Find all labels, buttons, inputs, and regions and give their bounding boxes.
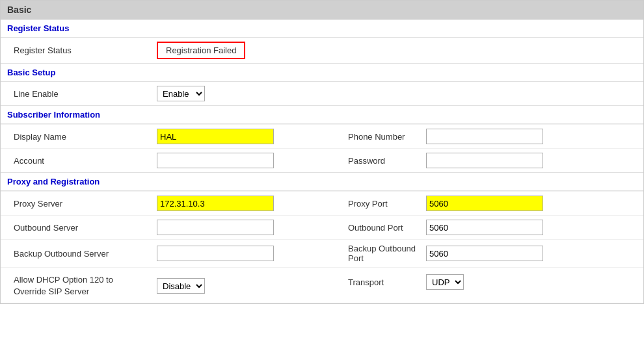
proxy-server-label: Proxy Server [14,199,157,209]
proxy-registration-section: Proxy and Registration Proxy Server Prox… [1,173,643,303]
account-label: Account [14,156,157,166]
register-status-row: Register Status Registration Failed [1,38,643,63]
page-container: Basic Register Status Register Status Re… [0,0,644,304]
proxy-server-input[interactable] [157,196,274,211]
transport-label: Transport [322,277,426,287]
subscriber-info-header: Subscriber Information [1,106,643,124]
display-name-col: Display Name [14,129,322,144]
outbound-port-input[interactable] [426,220,543,235]
password-label: Password [322,156,426,166]
account-password-row: Account Password [1,148,643,172]
register-status-label: Register Status [14,45,157,55]
proxy-port-label: Proxy Port [322,199,426,209]
phone-number-input[interactable] [426,129,543,144]
register-status-value-cell: Registration Failed [157,42,630,59]
page-title: Basic [1,1,643,19]
transport-col: Transport UDP TCP TLS [322,273,630,290]
backup-outbound-server-input[interactable] [157,246,274,261]
line-enable-label: Line Enable [14,89,157,99]
dhcp-transport-row: Allow DHCP Option 120 to Override SIP Se… [1,267,643,303]
account-input[interactable] [157,153,274,168]
outbound-port-label: Outbound Port [322,223,426,233]
basic-setup-section: Basic Setup Line Enable Enable Disable [1,64,643,106]
display-name-label: Display Name [14,132,157,142]
dhcp-option-col: Allow DHCP Option 120 to Override SIP Se… [14,273,322,298]
phone-number-label: Phone Number [322,132,426,142]
backup-outbound-port-input[interactable] [426,246,543,261]
outbound-server-label: Outbound Server [14,223,157,233]
backup-outbound-port-label: Backup Outbound Port [322,244,426,263]
basic-setup-header: Basic Setup [1,64,643,82]
proxy-registration-header: Proxy and Registration [1,173,643,191]
line-enable-input-cell: Enable Disable [157,86,630,101]
backup-outbound-server-col: Backup Outbound Server [14,246,322,261]
proxy-port-col: Proxy Port [322,196,630,211]
password-input[interactable] [426,153,543,168]
password-col: Password [322,153,630,168]
outbound-server-port-row: Outbound Server Outbound Port [1,215,643,239]
proxy-server-col: Proxy Server [14,196,322,211]
account-col: Account [14,153,322,168]
register-status-section: Register Status Register Status Registra… [1,19,643,64]
line-enable-row: Line Enable Enable Disable [1,82,643,105]
proxy-port-input[interactable] [426,196,543,211]
proxy-server-port-row: Proxy Server Proxy Port [1,191,643,215]
outbound-port-col: Outbound Port [322,220,630,235]
register-status-header: Register Status [1,19,643,38]
subscriber-info-section: Subscriber Information Display Name Phon… [1,106,643,173]
dhcp-option-label: Allow DHCP Option 120 to Override SIP Se… [14,274,157,298]
backup-outbound-port-col: Backup Outbound Port [322,244,630,263]
outbound-server-input[interactable] [157,220,274,235]
registration-failed-badge: Registration Failed [157,42,245,59]
line-enable-select[interactable]: Enable Disable [157,86,205,101]
dhcp-option-select[interactable]: Disable Enable [157,278,205,294]
outbound-server-col: Outbound Server [14,220,322,235]
backup-outbound-server-label: Backup Outbound Server [14,249,157,259]
backup-outbound-server-port-row: Backup Outbound Server Backup Outbound P… [1,239,643,267]
transport-select[interactable]: UDP TCP TLS [426,274,464,290]
display-name-input[interactable] [157,129,274,144]
phone-number-col: Phone Number [322,129,630,144]
display-name-phone-row: Display Name Phone Number [1,124,643,148]
